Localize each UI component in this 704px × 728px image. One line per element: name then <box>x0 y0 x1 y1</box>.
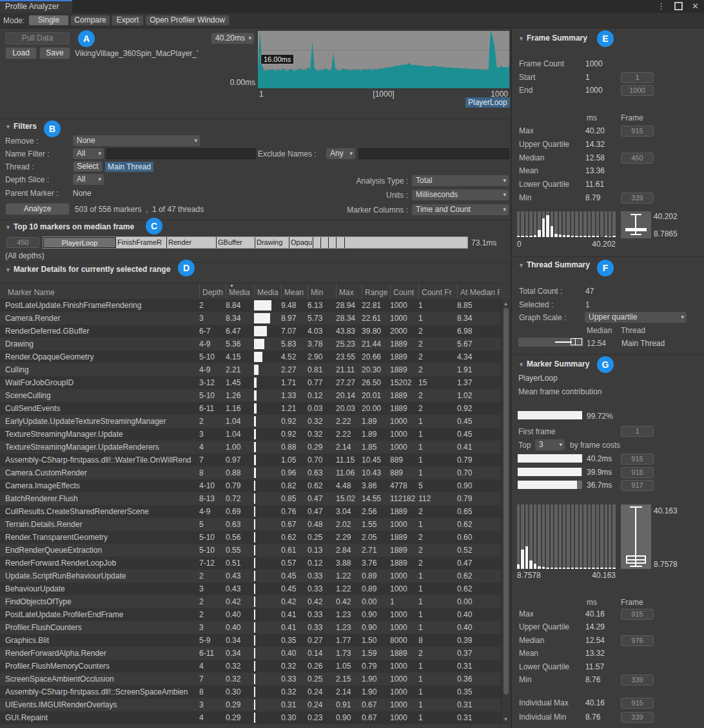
mode-single-button[interactable]: Single <box>28 15 69 26</box>
mode-compare-button[interactable]: Compare <box>70 15 110 26</box>
table-row[interactable]: Camera.CustomRender80.880.960.6311.0610.… <box>0 466 502 479</box>
table-row[interactable]: CullSendEvents6-111.161.210.0320.0320.00… <box>0 402 502 415</box>
top10-segment-opaqu[interactable]: Opaqu <box>289 237 313 248</box>
frame-badge[interactable]: 339 <box>621 675 654 685</box>
top10-segment-playerloop[interactable]: PlayerLoop <box>43 237 116 248</box>
top-n-dropdown[interactable]: 3▾ <box>535 439 565 450</box>
frame-badge[interactable]: 918 <box>621 467 654 478</box>
table-row[interactable]: Profiler.FlushCounters30.400.410.331.230… <box>0 621 502 634</box>
top10-segment[interactable] <box>313 237 321 248</box>
thread-name-value[interactable]: Main Thread <box>621 339 665 348</box>
table-row[interactable]: Assembly-CSharp-firstpass.dll!::ScreenSp… <box>0 685 502 698</box>
table-row[interactable]: Update.ScriptRunBehaviourUpdate20.430.45… <box>0 570 502 582</box>
marker-columns-dropdown[interactable]: Time and Count▾ <box>412 204 509 215</box>
column-header-min[interactable]: Min <box>308 283 334 300</box>
depth-slice-dropdown[interactable]: All▾ <box>73 174 104 185</box>
table-row[interactable]: PostLateUpdate.ProfilerEndFrame20.400.41… <box>0 608 502 621</box>
table-row[interactable]: GUI.Repaint40.290.300.230.900.67100010.3… <box>0 711 502 724</box>
column-header-atmed[interactable]: At Median F <box>457 283 500 300</box>
frame-badge[interactable]: 976 <box>621 635 654 646</box>
table-row[interactable]: Culling4-92.212.270.8121.1120.30188921.9… <box>0 363 502 376</box>
menu-kebab-icon[interactable]: ⋮ <box>657 1 665 11</box>
table-row[interactable]: BatchRenderer.Flush8-130.720.850.4715.02… <box>0 492 502 505</box>
table-row[interactable]: FindObjectsOfType20.420.420.420.420.0011… <box>0 595 502 608</box>
frame-badge[interactable]: 915 <box>621 698 654 709</box>
table-row[interactable]: Render.TransparentGeometry5-100.560.620.… <box>0 531 502 544</box>
column-header-name[interactable]: Marker Name <box>5 283 193 300</box>
column-header-depth[interactable]: Depth <box>199 283 224 300</box>
table-row[interactable]: Terrain.Details.Render50.630.670.482.021… <box>0 518 502 531</box>
top10-section-header[interactable]: ▼Top 10 markers on median frame <box>5 222 134 231</box>
marker-summary-header[interactable]: ▼Marker Summary <box>518 359 589 369</box>
column-header-cframe[interactable]: Count Fra <box>418 283 452 300</box>
table-row[interactable]: EndRenderQueueExtraction5-100.550.610.13… <box>0 544 502 557</box>
name-filter-mode-dropdown[interactable]: All▾ <box>73 148 104 159</box>
top10-marker-bar[interactable]: PlayerLoopFinishFrameRRenderGBufferDrawi… <box>43 236 468 249</box>
top10-segment-render[interactable]: Render <box>167 237 217 248</box>
frame-badge[interactable]: 915 <box>621 609 654 620</box>
top10-segment[interactable] <box>329 237 337 248</box>
table-row[interactable]: UIEvents.IMGUIRenderOverlays30.290.310.2… <box>0 698 502 711</box>
load-button[interactable]: Load <box>5 47 37 59</box>
graph-scale-dropdown[interactable]: 40.20ms▾ <box>211 33 254 44</box>
table-scrollbar[interactable]: ▲ ▼ <box>501 299 510 724</box>
remove-dropdown[interactable]: None▾ <box>73 135 200 146</box>
marker-table-header[interactable]: Marker NameDepthMediaMediaMeanMinMaxRang… <box>0 283 502 300</box>
close-icon[interactable]: ✕ <box>692 1 699 11</box>
top10-segment-finishframer[interactable]: FinishFrameR <box>116 237 167 248</box>
scroll-down-icon[interactable]: ▼ <box>502 716 510 722</box>
table-row[interactable]: BehaviourUpdate30.430.450.331.220.891000… <box>0 582 502 595</box>
scrollbar-thumb[interactable] <box>504 308 509 694</box>
table-row[interactable]: ScreenSpaceAmbientOcclusion70.320.330.25… <box>0 673 502 685</box>
frame-time-graph[interactable]: 16.00ms <box>258 31 509 88</box>
frame-badge[interactable]: 339 <box>621 712 654 723</box>
column-header-count[interactable]: Count <box>390 283 416 300</box>
top10-frame-badge[interactable]: 450 <box>6 237 39 248</box>
exclude-mode-dropdown[interactable]: Any▾ <box>326 148 355 159</box>
frame-badge[interactable]: 915 <box>621 454 654 465</box>
table-row[interactable]: Assembly-CSharp-firstpass.dll!::WaterTil… <box>0 454 502 466</box>
column-header-mean[interactable]: Mean <box>281 283 306 300</box>
frame-summary-header[interactable]: ▼Frame Summary <box>518 34 587 43</box>
scroll-up-icon[interactable]: ▲ <box>502 301 510 307</box>
table-row[interactable]: RenderForwardAlpha.Render6-110.340.400.1… <box>0 647 502 660</box>
table-row[interactable]: Camera.Render38.348.975.7328.3422.611000… <box>0 312 502 325</box>
frame-histogram[interactable] <box>517 211 616 237</box>
top10-segment-drawing[interactable]: Drawing <box>255 237 289 248</box>
first-frame-badge[interactable]: 1 <box>621 426 654 437</box>
name-filter-input[interactable] <box>106 148 256 159</box>
units-dropdown[interactable]: Milliseconds▾ <box>412 189 509 200</box>
marker-histogram[interactable] <box>517 504 616 569</box>
filters-section-header[interactable]: ▼Filters <box>5 122 37 131</box>
table-row[interactable]: Render.OpaqueGeometry5-104.154.522.9023.… <box>0 350 502 363</box>
top10-segment-gbuffer[interactable]: GBuffer <box>217 237 255 248</box>
table-row[interactable]: WaitForJobGroupID3-121.451.710.7727.2726… <box>0 376 502 389</box>
frame-badge[interactable]: 915 <box>621 126 654 137</box>
top10-segment[interactable] <box>345 237 467 248</box>
top10-segment[interactable] <box>337 237 345 248</box>
table-row[interactable]: SceneCulling5-101.261.330.1220.1420.0118… <box>0 389 502 402</box>
table-row[interactable]: RenderDeferred.GBuffer6-76.477.074.0343.… <box>0 325 502 338</box>
pull-data-button[interactable]: Pull Data <box>5 32 70 44</box>
thread-summary-header[interactable]: ▼Thread Summary <box>518 260 590 269</box>
thread-select-button[interactable]: Select <box>73 161 103 172</box>
table-row[interactable]: Profiler.FlushMemoryCounters40.320.320.2… <box>0 660 502 673</box>
column-header-bar[interactable]: Media <box>254 283 279 300</box>
frame-badge[interactable]: 917 <box>621 480 654 491</box>
frame-badge[interactable]: 1000 <box>621 85 654 96</box>
frame-badge[interactable]: 1 <box>621 72 654 83</box>
table-row[interactable]: TextureStreamingManager.UpdateRenderers4… <box>0 441 502 454</box>
frame-badge[interactable]: 450 <box>621 153 654 164</box>
marker-details-section-header[interactable]: ▼Marker Details for currently selected r… <box>5 265 170 274</box>
analyze-button[interactable]: Analyze <box>5 203 70 215</box>
table-row[interactable]: CullResults.CreateSharedRendererScene4-9… <box>0 505 502 518</box>
top10-segment[interactable] <box>321 237 329 248</box>
tab-profile-analyzer[interactable]: Profile Analyzer <box>0 0 72 13</box>
thread-graph-scale-dropdown[interactable]: Upper quartile▾ <box>585 312 687 323</box>
table-row[interactable]: RenderForward.RenderLoopJob7-120.510.570… <box>0 557 502 570</box>
save-button[interactable]: Save <box>39 47 70 59</box>
column-header-max[interactable]: Max <box>336 283 360 300</box>
table-row[interactable]: Drawing4-95.365.833.7825.2321.44188925.6… <box>0 338 502 350</box>
mode-export-button[interactable]: Export <box>112 15 144 26</box>
open-profiler-window-button[interactable]: Open Profiler Window <box>145 15 230 26</box>
